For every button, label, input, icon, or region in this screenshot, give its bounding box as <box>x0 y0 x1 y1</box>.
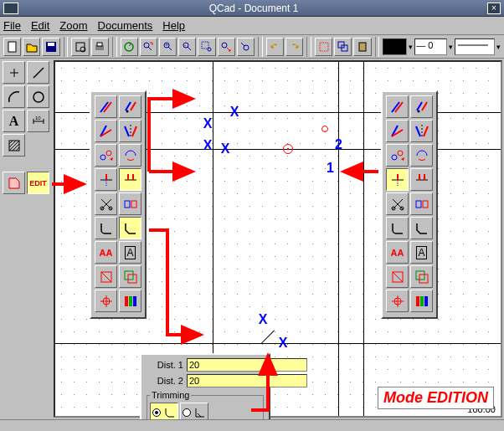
menu-edit[interactable]: Edit <box>31 19 49 32</box>
clipboard-copy-button[interactable] <box>334 38 352 56</box>
edit-round-button[interactable] <box>95 217 117 239</box>
svg-point-41 <box>100 155 105 160</box>
new-file-button[interactable] <box>3 38 21 56</box>
dist2-input[interactable] <box>187 374 307 387</box>
edit-text-button[interactable]: AA <box>95 241 117 264</box>
edit-stretch-button[interactable] <box>119 192 141 215</box>
save-file-button[interactable] <box>42 38 59 56</box>
edit-moverot-button[interactable] <box>386 144 409 167</box>
zoom-pan-button[interactable] <box>218 38 235 56</box>
svg-rect-2 <box>48 43 54 46</box>
edit-scale-button[interactable] <box>386 120 409 142</box>
edit-round-button[interactable] <box>386 217 409 239</box>
tool-tag[interactable] <box>3 172 25 194</box>
svg-rect-84 <box>419 275 428 283</box>
edit-layer-button[interactable] <box>119 265 141 288</box>
edit-bevel-button[interactable] <box>119 217 141 239</box>
svg-point-67 <box>392 155 397 160</box>
undo-button[interactable] <box>266 38 284 56</box>
edit-delete-button[interactable] <box>386 265 409 288</box>
tool-edit-mode[interactable]: EDIT <box>27 172 49 194</box>
work-area: A 10 EDIT X X X <box>0 59 504 431</box>
edit-trim2-button[interactable] <box>410 168 433 191</box>
edit-attributes-button[interactable] <box>410 290 433 312</box>
svg-point-28 <box>33 92 44 102</box>
svg-rect-54 <box>131 201 136 208</box>
toolbar-separator <box>112 37 117 57</box>
tool-dimension[interactable]: 10 <box>27 110 49 132</box>
edit-cut-button[interactable] <box>95 192 117 215</box>
edit-attributes-button[interactable] <box>119 290 141 312</box>
zoom-in-button[interactable]: + <box>159 38 177 56</box>
svg-rect-83 <box>416 271 424 280</box>
edit-trim-button[interactable] <box>95 168 117 191</box>
edit-rot2-button[interactable] <box>410 144 433 167</box>
left-toolbox: A 10 EDIT <box>0 59 52 431</box>
edit-tools-palette-right[interactable]: AAA <box>381 90 438 319</box>
close-button[interactable]: × <box>487 3 501 14</box>
color-selector[interactable] <box>383 38 407 55</box>
edit-zero-button[interactable] <box>386 290 409 312</box>
colorsel-arrow-icon[interactable]: ▾ <box>409 43 413 51</box>
edit-textbox-button[interactable]: A <box>410 241 433 264</box>
edit-bevel-button[interactable] <box>410 217 433 239</box>
edit-text-button[interactable]: AA <box>386 241 409 264</box>
linetype-arrow-icon[interactable]: ▾ <box>496 43 501 51</box>
edit-layer-button[interactable] <box>410 265 433 288</box>
edit-move-button[interactable] <box>95 95 117 118</box>
linewidth-selector[interactable]: — 0 <box>414 38 447 55</box>
edit-mirror-button[interactable] <box>119 120 141 142</box>
point-label-2: 2 <box>335 137 342 152</box>
dist2-label: Dist. 2 <box>147 376 183 386</box>
menu-file[interactable]: File <box>3 19 21 32</box>
zoom-out-button[interactable]: - <box>178 38 196 56</box>
edit-move-button[interactable] <box>386 95 409 118</box>
edit-cut-button[interactable] <box>386 192 409 215</box>
print-button[interactable] <box>91 38 109 56</box>
edit-rotate-button[interactable] <box>119 95 141 118</box>
tool-point[interactable] <box>3 61 25 84</box>
edit-mirror-button[interactable] <box>410 120 433 142</box>
redraw-button[interactable] <box>121 38 138 56</box>
edit-trim2-button[interactable] <box>119 168 141 191</box>
edit-rotate-button[interactable] <box>410 95 433 118</box>
edit-trim-button[interactable] <box>386 168 409 191</box>
linetype-selector[interactable] <box>455 38 495 55</box>
zoom-auto-button[interactable] <box>140 38 157 56</box>
print-preview-button[interactable] <box>71 38 89 56</box>
menu-documents[interactable]: Documents <box>98 19 153 32</box>
tool-circle[interactable] <box>27 85 49 108</box>
edit-zero-button[interactable] <box>95 290 117 312</box>
tool-arc[interactable] <box>3 85 25 108</box>
zoom-previous-button[interactable] <box>237 38 255 56</box>
edit-stretch-button[interactable] <box>410 192 433 215</box>
clipboard-paste-button[interactable] <box>353 38 371 56</box>
open-file-button[interactable] <box>23 38 40 56</box>
x-marker: X <box>203 138 213 153</box>
system-menu-icon[interactable] <box>3 3 18 14</box>
drawing-vertical-line <box>338 62 339 416</box>
tool-text[interactable]: A <box>3 110 25 132</box>
edit-scale-button[interactable] <box>95 120 117 142</box>
svg-rect-63 <box>129 296 132 306</box>
edit-tools-palette-left[interactable]: AAA <box>90 90 147 319</box>
toolbar-separator <box>306 37 311 57</box>
tool-line[interactable] <box>27 61 49 84</box>
menu-help[interactable]: Help <box>162 19 185 32</box>
edit-textbox-button[interactable]: A <box>119 241 141 264</box>
redo-button[interactable] <box>285 38 303 56</box>
mode-edition-label: Mode EDITION <box>378 387 494 409</box>
edit-moverot-button[interactable] <box>95 144 117 167</box>
linew-arrow-icon[interactable]: ▾ <box>449 43 453 51</box>
edit-delete-button[interactable] <box>95 265 117 288</box>
tool-hatch[interactable] <box>3 134 25 156</box>
chamfer-segment <box>261 331 275 344</box>
edit-rot2-button[interactable] <box>119 144 141 167</box>
zoom-window-button[interactable] <box>198 38 215 56</box>
clipboard-cut-button[interactable] <box>315 38 332 56</box>
toolbar-separator <box>258 37 263 57</box>
menu-zoom[interactable]: Zoom <box>59 19 87 32</box>
dist1-input[interactable] <box>187 358 307 372</box>
toolbar-separator <box>375 37 380 57</box>
x-marker: X <box>279 336 288 351</box>
